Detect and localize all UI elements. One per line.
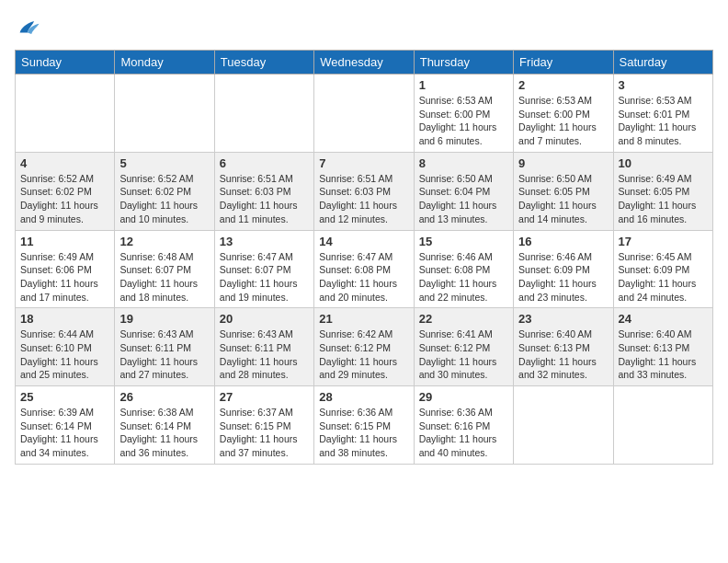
calendar-week-row: 1Sunrise: 6:53 AM Sunset: 6:00 PM Daylig… <box>16 75 713 153</box>
calendar-cell: 19Sunrise: 6:43 AM Sunset: 6:11 PM Dayli… <box>115 308 214 386</box>
day-number: 16 <box>518 235 608 248</box>
calendar-cell: 28Sunrise: 6:36 AM Sunset: 6:15 PM Dayli… <box>314 386 414 465</box>
calendar-cell: 18Sunrise: 6:44 AM Sunset: 6:10 PM Dayli… <box>16 308 115 386</box>
day-number: 29 <box>419 390 508 404</box>
day-info: Sunrise: 6:52 AM Sunset: 6:02 PM Dayligh… <box>119 172 209 226</box>
day-info: Sunrise: 6:47 AM Sunset: 6:08 PM Dayligh… <box>319 250 408 304</box>
calendar-week-row: 25Sunrise: 6:39 AM Sunset: 6:14 PM Dayli… <box>16 386 713 465</box>
header <box>15 15 713 40</box>
calendar-body: 1Sunrise: 6:53 AM Sunset: 6:00 PM Daylig… <box>16 75 713 465</box>
calendar-cell: 7Sunrise: 6:51 AM Sunset: 6:03 PM Daylig… <box>314 152 414 230</box>
day-number: 8 <box>419 156 508 170</box>
weekday-header-row: SundayMondayTuesdayWednesdayThursdayFrid… <box>16 51 713 75</box>
calendar-cell: 1Sunrise: 6:53 AM Sunset: 6:00 PM Daylig… <box>414 75 513 153</box>
calendar-cell: 2Sunrise: 6:53 AM Sunset: 6:00 PM Daylig… <box>514 75 613 153</box>
day-number: 5 <box>119 156 209 170</box>
day-number: 15 <box>419 235 508 248</box>
calendar-cell: 24Sunrise: 6:40 AM Sunset: 6:13 PM Dayli… <box>613 308 712 386</box>
calendar-cell: 21Sunrise: 6:42 AM Sunset: 6:12 PM Dayli… <box>314 308 414 386</box>
calendar-cell: 9Sunrise: 6:50 AM Sunset: 6:05 PM Daylig… <box>514 152 613 230</box>
calendar-cell: 3Sunrise: 6:53 AM Sunset: 6:01 PM Daylig… <box>613 75 712 153</box>
day-number: 7 <box>319 156 408 170</box>
day-info: Sunrise: 6:53 AM Sunset: 6:00 PM Dayligh… <box>419 94 508 148</box>
day-info: Sunrise: 6:45 AM Sunset: 6:09 PM Dayligh… <box>619 250 708 304</box>
day-info: Sunrise: 6:43 AM Sunset: 6:11 PM Dayligh… <box>119 327 209 382</box>
day-number: 23 <box>518 312 608 326</box>
calendar-cell: 27Sunrise: 6:37 AM Sunset: 6:15 PM Dayli… <box>214 386 313 465</box>
day-number: 21 <box>319 312 408 326</box>
day-number: 1 <box>419 78 508 92</box>
calendar-cell: 25Sunrise: 6:39 AM Sunset: 6:14 PM Dayli… <box>16 386 115 465</box>
calendar-cell: 16Sunrise: 6:46 AM Sunset: 6:09 PM Dayli… <box>514 230 613 308</box>
day-info: Sunrise: 6:53 AM Sunset: 6:01 PM Dayligh… <box>619 94 708 148</box>
day-info: Sunrise: 6:50 AM Sunset: 6:05 PM Dayligh… <box>518 172 608 226</box>
calendar-cell: 11Sunrise: 6:49 AM Sunset: 6:06 PM Dayli… <box>16 230 115 308</box>
weekday-header-cell: Tuesday <box>214 51 313 75</box>
calendar-cell: 4Sunrise: 6:52 AM Sunset: 6:02 PM Daylig… <box>16 152 115 230</box>
day-info: Sunrise: 6:38 AM Sunset: 6:14 PM Dayligh… <box>119 406 209 460</box>
day-info: Sunrise: 6:39 AM Sunset: 6:14 PM Dayligh… <box>20 406 109 460</box>
calendar-cell <box>514 386 613 465</box>
weekday-header-cell: Thursday <box>414 51 513 75</box>
day-number: 11 <box>20 235 109 248</box>
day-info: Sunrise: 6:50 AM Sunset: 6:04 PM Dayligh… <box>419 172 508 226</box>
calendar-cell: 23Sunrise: 6:40 AM Sunset: 6:13 PM Dayli… <box>514 308 613 386</box>
day-info: Sunrise: 6:42 AM Sunset: 6:12 PM Dayligh… <box>319 327 408 382</box>
day-number: 14 <box>319 235 408 248</box>
day-number: 25 <box>20 390 109 404</box>
day-info: Sunrise: 6:41 AM Sunset: 6:12 PM Dayligh… <box>419 327 508 382</box>
day-number: 9 <box>518 156 608 170</box>
day-info: Sunrise: 6:36 AM Sunset: 6:16 PM Dayligh… <box>419 406 508 460</box>
calendar-cell: 10Sunrise: 6:49 AM Sunset: 6:05 PM Dayli… <box>613 152 712 230</box>
calendar: SundayMondayTuesdayWednesdayThursdayFrid… <box>15 50 713 465</box>
day-number: 4 <box>20 156 109 170</box>
day-info: Sunrise: 6:40 AM Sunset: 6:13 PM Dayligh… <box>619 327 708 382</box>
calendar-cell: 15Sunrise: 6:46 AM Sunset: 6:08 PM Dayli… <box>414 230 513 308</box>
day-info: Sunrise: 6:46 AM Sunset: 6:09 PM Dayligh… <box>518 250 608 304</box>
day-number: 10 <box>619 156 708 170</box>
calendar-week-row: 11Sunrise: 6:49 AM Sunset: 6:06 PM Dayli… <box>16 230 713 308</box>
day-number: 12 <box>119 235 209 248</box>
day-info: Sunrise: 6:48 AM Sunset: 6:07 PM Dayligh… <box>119 250 209 304</box>
day-info: Sunrise: 6:49 AM Sunset: 6:06 PM Dayligh… <box>20 250 109 304</box>
day-number: 27 <box>220 390 309 404</box>
day-number: 20 <box>220 312 309 326</box>
day-number: 3 <box>619 78 708 92</box>
calendar-cell <box>115 75 214 153</box>
calendar-cell: 6Sunrise: 6:51 AM Sunset: 6:03 PM Daylig… <box>214 152 313 230</box>
day-number: 22 <box>419 312 508 326</box>
calendar-cell: 14Sunrise: 6:47 AM Sunset: 6:08 PM Dayli… <box>314 230 414 308</box>
day-info: Sunrise: 6:53 AM Sunset: 6:00 PM Dayligh… <box>518 94 608 148</box>
calendar-cell <box>16 75 115 153</box>
day-info: Sunrise: 6:49 AM Sunset: 6:05 PM Dayligh… <box>619 172 708 226</box>
day-number: 24 <box>619 312 708 326</box>
day-info: Sunrise: 6:51 AM Sunset: 6:03 PM Dayligh… <box>220 172 309 226</box>
day-number: 19 <box>119 312 209 326</box>
day-number: 2 <box>518 78 608 92</box>
logo-icon <box>15 15 40 40</box>
day-info: Sunrise: 6:37 AM Sunset: 6:15 PM Dayligh… <box>220 406 309 460</box>
calendar-cell <box>613 386 712 465</box>
day-info: Sunrise: 6:52 AM Sunset: 6:02 PM Dayligh… <box>20 172 109 226</box>
weekday-header-cell: Sunday <box>16 51 115 75</box>
calendar-week-row: 18Sunrise: 6:44 AM Sunset: 6:10 PM Dayli… <box>16 308 713 386</box>
weekday-header-cell: Friday <box>514 51 613 75</box>
day-number: 18 <box>20 312 109 326</box>
day-number: 13 <box>220 235 309 248</box>
day-number: 6 <box>220 156 309 170</box>
calendar-cell: 5Sunrise: 6:52 AM Sunset: 6:02 PM Daylig… <box>115 152 214 230</box>
weekday-header-cell: Monday <box>115 51 214 75</box>
calendar-cell: 26Sunrise: 6:38 AM Sunset: 6:14 PM Dayli… <box>115 386 214 465</box>
calendar-week-row: 4Sunrise: 6:52 AM Sunset: 6:02 PM Daylig… <box>16 152 713 230</box>
day-number: 17 <box>619 235 708 248</box>
day-info: Sunrise: 6:46 AM Sunset: 6:08 PM Dayligh… <box>419 250 508 304</box>
calendar-cell: 22Sunrise: 6:41 AM Sunset: 6:12 PM Dayli… <box>414 308 513 386</box>
calendar-cell: 17Sunrise: 6:45 AM Sunset: 6:09 PM Dayli… <box>613 230 712 308</box>
day-info: Sunrise: 6:40 AM Sunset: 6:13 PM Dayligh… <box>518 327 608 382</box>
day-number: 26 <box>119 390 209 404</box>
weekday-header-cell: Wednesday <box>314 51 414 75</box>
calendar-cell <box>214 75 313 153</box>
calendar-cell: 20Sunrise: 6:43 AM Sunset: 6:11 PM Dayli… <box>214 308 313 386</box>
day-info: Sunrise: 6:51 AM Sunset: 6:03 PM Dayligh… <box>319 172 408 226</box>
calendar-cell: 13Sunrise: 6:47 AM Sunset: 6:07 PM Dayli… <box>214 230 313 308</box>
